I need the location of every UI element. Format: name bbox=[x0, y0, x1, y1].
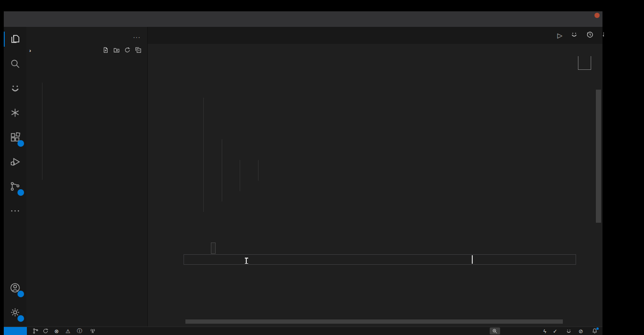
remote-indicator[interactable] bbox=[4, 327, 27, 335]
new-file-icon[interactable] bbox=[102, 47, 109, 54]
activity-bar bbox=[4, 27, 26, 327]
refresh-icon[interactable] bbox=[124, 47, 131, 54]
accounts-badge bbox=[17, 291, 24, 297]
slash-circle-icon: ⊘ bbox=[578, 328, 583, 335]
accounts-icon[interactable] bbox=[4, 276, 26, 300]
spell-checker[interactable]: ✓ bbox=[553, 328, 560, 335]
menu-bar bbox=[4, 19, 602, 27]
indent-guide bbox=[258, 160, 259, 181]
chevron-down-icon: › bbox=[29, 48, 31, 53]
lightning-icon: ϟ bbox=[544, 328, 546, 334]
ports-indicator[interactable] bbox=[90, 328, 98, 334]
indent-guide bbox=[240, 160, 240, 191]
more-actions-icon[interactable] bbox=[4, 199, 26, 223]
text-caret bbox=[472, 255, 473, 264]
broadcast-tower-icon bbox=[90, 328, 96, 334]
prettier-status[interactable]: ⊘ bbox=[578, 328, 585, 335]
indent-guide bbox=[222, 139, 222, 201]
run-debug-icon[interactable] bbox=[4, 150, 26, 174]
screen: ··· › ▷ ⋯ bbox=[0, 0, 644, 335]
tree-indent-guide bbox=[42, 83, 42, 180]
code-editor[interactable] bbox=[148, 56, 602, 327]
sync-icon bbox=[42, 328, 49, 334]
new-folder-icon[interactable] bbox=[113, 47, 120, 54]
explorer-icon[interactable] bbox=[4, 27, 26, 51]
source-control-graph-icon[interactable] bbox=[4, 174, 26, 199]
info-icon: ⓘ bbox=[77, 327, 83, 335]
title-bar bbox=[4, 11, 602, 19]
source-control-badge bbox=[17, 189, 24, 196]
zoom-indicator[interactable] bbox=[490, 327, 500, 335]
notifications-bell-icon[interactable] bbox=[592, 328, 598, 334]
cody-commands-icon[interactable] bbox=[570, 31, 578, 40]
search-icon[interactable] bbox=[4, 51, 26, 76]
horizontal-scrollbar[interactable] bbox=[185, 319, 563, 324]
editor-tabs bbox=[148, 27, 602, 44]
project-section-header[interactable]: › bbox=[26, 44, 147, 57]
collapse-all-icon[interactable] bbox=[135, 47, 142, 54]
hover-tooltip bbox=[211, 243, 216, 254]
cody-status-icon[interactable] bbox=[566, 328, 572, 334]
cody-icon[interactable] bbox=[4, 76, 26, 100]
breadcrumb bbox=[148, 44, 602, 56]
run-file-icon[interactable]: ▷ bbox=[557, 32, 562, 39]
window-controls bbox=[583, 11, 600, 19]
extensions-badge bbox=[17, 140, 24, 147]
go-version[interactable]: ϟ bbox=[542, 328, 546, 334]
check-icon: ✓ bbox=[553, 328, 558, 335]
settings-gear-icon[interactable] bbox=[4, 300, 26, 325]
current-line-highlight bbox=[184, 254, 576, 265]
vertical-scrollbar[interactable] bbox=[596, 90, 601, 223]
git-branch[interactable] bbox=[33, 328, 49, 334]
errors-icon: ⊗ bbox=[54, 328, 59, 335]
explorer-sidebar: ··· › bbox=[26, 27, 148, 327]
notification-dot bbox=[596, 327, 599, 330]
mouse-cursor bbox=[246, 258, 247, 264]
close-button[interactable] bbox=[594, 13, 600, 18]
status-bar: ⊗ ⚠ ⓘ ϟ ✓ bbox=[4, 327, 602, 335]
warnings-icon: ⚠ bbox=[66, 328, 70, 335]
extensions-icon[interactable] bbox=[4, 125, 26, 150]
sidebar-more-icon[interactable]: ··· bbox=[133, 34, 141, 41]
video-call-panel bbox=[604, 0, 644, 335]
timeline-history-icon[interactable] bbox=[586, 31, 594, 40]
problems-indicator[interactable]: ⊗ ⚠ ⓘ bbox=[54, 327, 84, 335]
minimap-slider[interactable] bbox=[578, 56, 591, 70]
asterisk-icon[interactable] bbox=[4, 100, 26, 125]
branch-icon bbox=[33, 328, 39, 334]
settings-badge bbox=[17, 315, 24, 322]
indent-guide bbox=[203, 98, 204, 212]
